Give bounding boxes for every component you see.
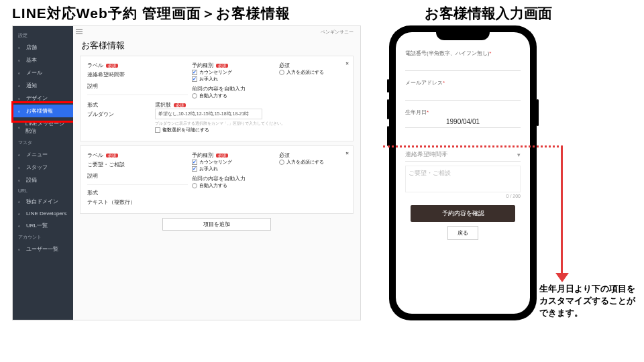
sidebar-item[interactable]: ◦メール [13,66,73,79]
phone-screen: 電話番号(半角数字、ハイフン無し)* メールアドレス* 生年月日* 1990/0… [396,32,530,314]
check-care[interactable]: ✔お手入れ [192,76,276,82]
tel-value[interactable] [405,57,521,71]
sidebar-item-label: 基本 [26,56,37,64]
shop-icon: ◦ [18,45,23,50]
sidebar-item[interactable]: ◦ユーザー一覧 [13,243,73,255]
admin-main: ペンギンサニー お客様情報 × ラベル 必須 連絡希望時間帯 説明 予約種別 必… [73,26,360,320]
sidebar-item-label: 独自ドメイン [26,198,58,205]
check-counseling[interactable]: ✔カウンセリング [192,159,276,166]
chevron-down-icon: ▾ [517,152,521,158]
sidebar-item-label: 店舗 [26,44,37,51]
list-icon: ◦ [18,109,23,114]
sidebar-item-label: ユーザー一覧 [26,245,58,253]
auto-title: 前回の内容を自動入力 [192,175,276,182]
email-value[interactable] [405,86,521,101]
sidebar-item[interactable]: ◦スタッフ [13,161,73,174]
sidebar-item[interactable]: ◦独自ドメイン [13,195,73,208]
form-title: 形式 [87,189,188,196]
desc-title: 説明 [87,172,188,180]
hamburger-icon[interactable] [76,29,83,34]
radio-auto[interactable]: 自動入力する [192,182,276,189]
sidebar-item[interactable]: ◦デザイン [13,92,73,105]
sidebar-item-label: 通知 [26,82,37,89]
arrow-head-icon [555,273,569,282]
page-title-right: お客様情報入力画面 [425,4,552,23]
consult-textarea[interactable]: ご要望・ご相談 [405,166,521,192]
sidebar-item[interactable]: ◦LINEメッセージ配信 [13,117,73,137]
cog-icon: ◦ [18,58,23,63]
sidebar-item[interactable]: ◦店舗 [13,41,73,54]
sidebar-item[interactable]: ◦設備 [13,174,73,186]
required-badge: 必須 [106,154,118,158]
sidebar-section: アカウント [13,232,73,243]
form-value: テキスト（複数行） [87,198,188,206]
back-button[interactable]: 戻る [447,226,478,240]
field-card-2: × ラベル 必須 ご要望・ご相談 説明 形式 テキスト（複数行） 予約種別 必須 [80,145,354,214]
phone-notch [436,31,490,40]
check-care[interactable]: ✔お手入れ [192,166,276,172]
sidebar-item-label: URL一覧 [26,222,48,229]
sidebar-item[interactable]: ◦お客様情報 [13,105,73,117]
check-multi[interactable]: 複数選択を可能にする [155,127,346,133]
sidebar-item[interactable]: ◦基本 [13,54,73,66]
desc-title: 説明 [87,82,188,90]
radio-required[interactable]: 入力を必須にする [279,69,346,76]
close-icon[interactable]: × [345,150,349,156]
sidebar-item-label: メール [26,69,42,76]
label-value: ご要望・ご相談 [87,161,188,168]
yoyaku-title: 予約種別 [192,152,213,158]
tenant-name: ペンギンサニー [321,29,354,36]
sidebar-item-label: LINE Developers [26,210,66,217]
label-title: ラベル [87,62,103,68]
submit-button[interactable]: 予約内容を確認 [411,205,515,222]
contact-select[interactable]: 連絡希望時間帯▾ [405,148,521,162]
check-counseling[interactable]: ✔カウンセリング [192,69,276,76]
line-dev-icon: ◦ [18,211,23,217]
phone-mock: 電話番号(半角数字、ハイフン無し)* メールアドレス* 生年月日* 1990/0… [389,25,537,320]
close-icon[interactable]: × [345,60,349,66]
birth-value[interactable]: 1990/04/01 [405,116,521,128]
menu-icon: ◦ [18,152,23,158]
sidebar-item-label: 設備 [26,176,37,184]
sidebar-item[interactable]: ◦通知 [13,79,73,92]
auto-title: 前回の内容を自動入力 [192,85,276,93]
form-title: 形式 [87,101,151,109]
user-icon: ◦ [18,165,23,170]
sidebar-item[interactable]: ◦LINE Developers [13,208,73,219]
required-badge: 必須 [174,103,186,107]
palette-icon: ◦ [18,96,23,101]
globe-icon: ◦ [18,199,23,204]
link-icon: ◦ [18,223,23,229]
sidebar-section: 設定 [13,30,73,41]
birth-label: 生年月日* [405,109,521,116]
sidebar-item-label: メニュー [26,151,48,158]
opt-title: 選択肢 [155,102,171,108]
mail-icon: ◦ [18,70,23,76]
admin-sidebar: 設定◦店舗◦基本◦メール◦通知◦デザイン◦お客様情報◦LINEメッセージ配信マス… [13,26,73,320]
page-title-left: LINE対応Web予約 管理画面＞お客様情報 [12,4,290,23]
bell-icon: ◦ [18,83,23,88]
gear-icon: ◦ [18,178,23,183]
form-value: プルダウン [87,111,151,118]
sidebar-section: URL [13,186,73,195]
required-badge: 必須 [216,64,228,68]
users-icon: ◦ [18,247,23,252]
label-title: ラベル [87,152,103,158]
line-icon: ◦ [18,125,23,130]
add-item-button[interactable]: 項目を追加 [162,218,271,231]
sidebar-item[interactable]: ◦メニュー [13,148,73,161]
required-badge: 必須 [216,154,228,158]
divider-dotted [383,145,563,147]
sidebar-item-label: お客様情報 [26,107,53,115]
caption-text: 生年月日より下の項目をカスタマイズすることができます。 [539,283,640,320]
radio-required[interactable]: 入力を必須にする [279,159,346,166]
sidebar-item-label: LINEメッセージ配信 [25,120,68,135]
yoyaku-title: 予約種別 [192,62,213,68]
field-card-1: × ラベル 必須 連絡希望時間帯 説明 予約種別 必須 ✔カウンセリング ✔お手… [80,56,354,141]
sidebar-section: マスタ [13,137,73,148]
radio-auto[interactable]: 自動入力する [192,93,276,99]
options-input[interactable]: 希望なし,10-12時,12-15時,15-18時,18-21時 [155,109,262,119]
sidebar-item[interactable]: ◦URL一覧 [13,219,73,232]
label-value: 連絡希望時間帯 [87,71,188,78]
arrow-line [561,145,563,277]
